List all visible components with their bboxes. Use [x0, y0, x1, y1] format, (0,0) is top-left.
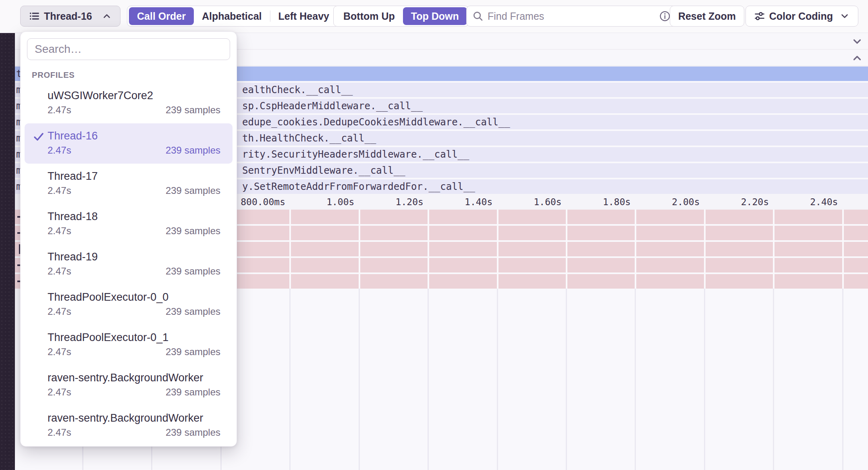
sliders-icon: [754, 10, 765, 22]
profile-sample-count: 239 samples: [166, 306, 220, 317]
profile-name: Thread-18: [48, 210, 220, 223]
profile-name: Thread-17: [48, 169, 220, 183]
gridline: [842, 289, 843, 470]
axis-tick-label: 2.40s: [810, 197, 838, 207]
direction-bottom-up-button[interactable]: Bottom Up: [335, 7, 403, 25]
profile-list-item[interactable]: ThreadPoolExecutor-0_1 2.47s 239 samples: [25, 325, 233, 365]
find-frames-input[interactable]: [466, 6, 676, 27]
checkmark-icon: [33, 131, 45, 144]
profile-list-item[interactable]: Thread-17 2.47s 239 samples: [25, 164, 233, 204]
profile-list-item[interactable]: uWSGIWorker7Core2 2.47s 239 samples: [25, 83, 233, 123]
gridline: [704, 289, 705, 470]
profile-duration: 2.47s: [48, 145, 71, 156]
gridline: [359, 289, 360, 470]
sort-alphabetical-button[interactable]: Alphabetical: [194, 7, 270, 25]
profile-list-item[interactable]: raven-sentry.BackgroundWorker 2.47s 239 …: [25, 406, 233, 446]
axis-tick-label: 2.20s: [741, 197, 769, 207]
direction-segmented-control: Bottom Up Top Down: [333, 6, 469, 27]
profile-name: Thread-19: [48, 250, 220, 264]
profile-sample-count: 239 samples: [166, 104, 220, 116]
profile-name: raven-sentry.BackgroundWorker: [48, 371, 220, 385]
reset-zoom-button[interactable]: Reset Zoom: [670, 6, 744, 27]
axis-tick-label: 800.00ms: [241, 197, 285, 207]
gridline: [428, 210, 429, 289]
sort-segmented-control: Call Order Alphabetical Left Heavy: [127, 6, 339, 27]
gridline: [497, 210, 498, 289]
sort-left-heavy-button[interactable]: Left Heavy: [270, 7, 337, 25]
chevron-down-icon[interactable]: [851, 35, 863, 48]
frame-label-fragment: y.SetRemoteAddrFromForwardedFor.__call__: [242, 179, 475, 194]
axis-tick-label: 1.60s: [534, 197, 561, 207]
gridline: [704, 210, 706, 289]
thread-selector-button[interactable]: Thread-16: [20, 6, 120, 27]
profile-sample-count: 239 samples: [166, 185, 220, 196]
profile-sample-count: 239 samples: [166, 387, 220, 398]
profiles-list: uWSGIWorker7Core2 2.47s 239 samples Thre…: [27, 83, 230, 446]
frame-label-fragment: SentryEnvMiddleware.__call__: [242, 163, 405, 178]
profiles-section-label: PROFILES: [32, 71, 230, 80]
profile-duration: 2.47s: [48, 306, 71, 317]
profile-duration: 2.47s: [48, 387, 71, 398]
frame-label-fragment: ealthCheck.__call__: [242, 83, 353, 97]
color-coding-label: Color Coding: [769, 10, 833, 22]
profile-duration: 2.47s: [48, 185, 71, 196]
gridline: [635, 289, 636, 470]
thread-selector-dropdown: PROFILES uWSGIWorker7Core2 2.47s 239 sam…: [20, 31, 237, 447]
profile-sample-count: 239 samples: [166, 225, 220, 237]
gridline: [842, 210, 844, 289]
frame-label-fragment: rity.SecurityHeadersMiddleware.__call__: [242, 147, 469, 162]
gridline: [359, 210, 360, 289]
dropdown-search-input[interactable]: [27, 38, 230, 60]
profiling-toolbar: Thread-16 Call Order Alphabetical Left H…: [0, 0, 868, 33]
find-frames-container: [466, 6, 676, 27]
chevron-down-icon: [839, 11, 850, 21]
profile-duration: 2.47s: [48, 427, 71, 438]
gridline: [635, 210, 636, 289]
profile-sample-count: 239 samples: [166, 427, 220, 438]
profile-sample-count: 239 samples: [166, 346, 220, 358]
chevron-up-icon: [102, 11, 112, 21]
axis-tick-label: 1.20s: [396, 197, 424, 207]
profile-list-item[interactable]: Thread-16 2.47s 239 samples: [25, 123, 233, 164]
app-sidebar: [0, 0, 15, 470]
axis-tick-label: 2.00s: [672, 197, 700, 207]
gridline: [497, 289, 498, 470]
reset-zoom-label: Reset Zoom: [678, 10, 736, 22]
profile-duration: 2.47s: [48, 346, 71, 358]
profile-duration: 2.47s: [48, 266, 71, 277]
profile-list-item[interactable]: ThreadPoolExecutor-0_0 2.47s 239 samples: [25, 285, 233, 325]
gridline: [773, 289, 774, 470]
list-icon: [29, 10, 40, 22]
gridline: [428, 289, 429, 470]
direction-top-down-button[interactable]: Top Down: [403, 7, 467, 25]
profile-name: ThreadPoolExecutor-0_1: [48, 331, 220, 344]
color-coding-button[interactable]: Color Coding: [745, 6, 858, 27]
gridline: [566, 210, 567, 289]
profile-name: raven-sentry.BackgroundWorker: [48, 411, 220, 425]
gridline: [289, 210, 291, 289]
profile-duration: 2.47s: [48, 225, 71, 237]
profile-name: Thread-16: [48, 129, 220, 143]
profile-name: uWSGIWorker7Core2: [48, 89, 220, 102]
thread-selector-label: Thread-16: [44, 10, 92, 22]
axis-tick-label: 1.40s: [465, 197, 492, 207]
profile-list-item[interactable]: Thread-18 2.47s 239 samples: [25, 204, 233, 244]
info-icon[interactable]: [659, 10, 671, 23]
axis-tick-label: 1.00s: [326, 197, 354, 207]
gridline: [773, 210, 775, 289]
profile-duration: 2.47s: [48, 104, 71, 116]
chevron-up-icon[interactable]: [851, 52, 863, 64]
profile-sample-count: 239 samples: [166, 145, 220, 156]
gridline: [566, 289, 567, 470]
profile-list-item[interactable]: raven-sentry.BackgroundWorker 2.47s 239 …: [25, 365, 233, 406]
profile-sample-count: 239 samples: [166, 266, 220, 277]
frame-label-fragment: edupe_cookies.DedupeCookiesMiddleware.__…: [242, 115, 510, 129]
profile-list-item[interactable]: Thread-19 2.47s 239 samples: [25, 244, 233, 285]
gridline: [289, 289, 291, 470]
axis-tick-label: 1.80s: [603, 197, 631, 207]
frame-label-fragment: sp.CspHeaderMiddleware.__call__: [242, 99, 423, 113]
frame-label-fragment: th.HealthCheck.__call__: [242, 131, 376, 146]
sort-call-order-button[interactable]: Call Order: [129, 7, 194, 25]
profile-name: ThreadPoolExecutor-0_0: [48, 290, 220, 304]
